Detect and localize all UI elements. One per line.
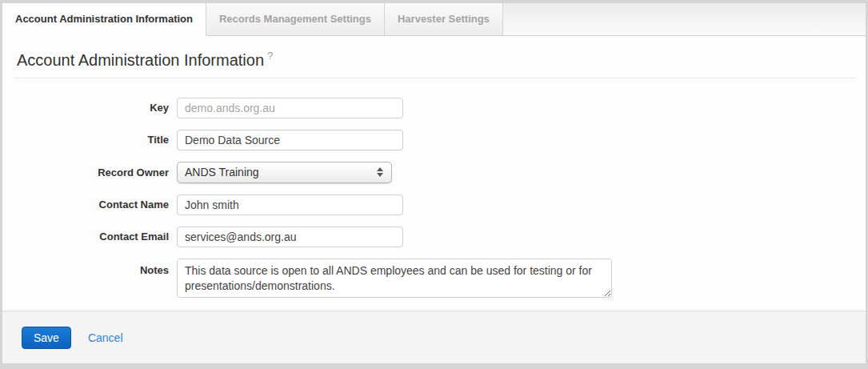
contact-name-field[interactable] <box>177 195 403 215</box>
form-row-notes: Notes This data source is open to all AN… <box>2 259 866 298</box>
notes-label: Notes <box>2 259 177 276</box>
cancel-link[interactable]: Cancel <box>88 331 123 344</box>
form-row-contact-name: Contact Name <box>2 195 866 215</box>
select-stepper-icon <box>377 167 385 177</box>
content: Account Administration Information? Key … <box>2 36 866 311</box>
form-row-key: Key <box>2 98 866 118</box>
page-title-text: Account Administration Information <box>17 51 264 69</box>
title-label: Title <box>2 134 177 146</box>
contact-name-label: Contact Name <box>2 199 177 211</box>
contact-email-label: Contact Email <box>2 231 177 243</box>
form: Key Title Record Owner ANDS Training <box>2 98 866 298</box>
tab-bar-filler <box>503 3 866 36</box>
page: Account Administration Information Recor… <box>2 3 866 363</box>
help-icon[interactable]: ? <box>267 50 273 62</box>
page-title: Account Administration Information? <box>17 50 866 70</box>
notes-field[interactable]: This data source is open to all ANDS emp… <box>177 259 612 298</box>
form-row-title: Title <box>2 130 866 150</box>
tab-harvester-settings[interactable]: Harvester Settings <box>385 3 503 36</box>
record-owner-label: Record Owner <box>2 166 177 178</box>
record-owner-select[interactable]: ANDS Training <box>177 162 392 183</box>
tab-account-administration-information[interactable]: Account Administration Information <box>2 3 206 36</box>
tab-bar: Account Administration Information Recor… <box>2 3 866 36</box>
title-divider <box>14 78 855 78</box>
key-field[interactable] <box>177 98 403 118</box>
form-row-record-owner: Record Owner ANDS Training <box>2 162 866 183</box>
record-owner-selected-value: ANDS Training <box>185 166 259 178</box>
contact-email-field[interactable] <box>177 227 403 247</box>
form-row-contact-email: Contact Email <box>2 227 866 247</box>
tab-records-management-settings[interactable]: Records Management Settings <box>206 3 385 36</box>
title-field[interactable] <box>177 130 403 150</box>
save-button[interactable]: Save <box>22 327 71 349</box>
form-actions-bar: Save Cancel <box>2 311 866 363</box>
key-label: Key <box>2 102 177 114</box>
